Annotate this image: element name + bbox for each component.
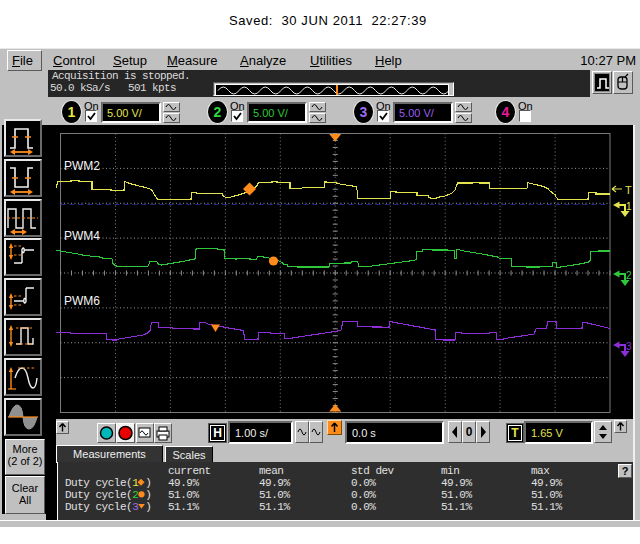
svg-text:2: 2 (626, 270, 632, 281)
svg-text:3: 3 (626, 341, 632, 352)
svg-text:1: 1 (626, 201, 632, 212)
svg-text:T: T (625, 184, 632, 196)
